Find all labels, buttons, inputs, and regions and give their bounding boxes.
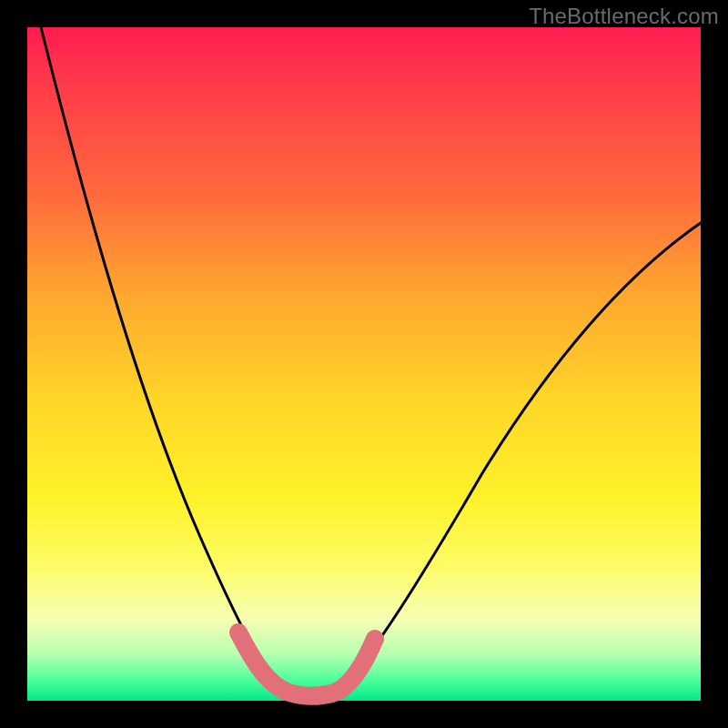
left-curve — [41, 27, 278, 687]
watermark-text: TheBottleneck.com — [529, 4, 719, 29]
chart-stage: TheBottleneck.com — [0, 0, 728, 728]
right-curve — [339, 223, 701, 692]
bottom-highlight — [238, 632, 375, 696]
chart-curves — [27, 27, 701, 701]
